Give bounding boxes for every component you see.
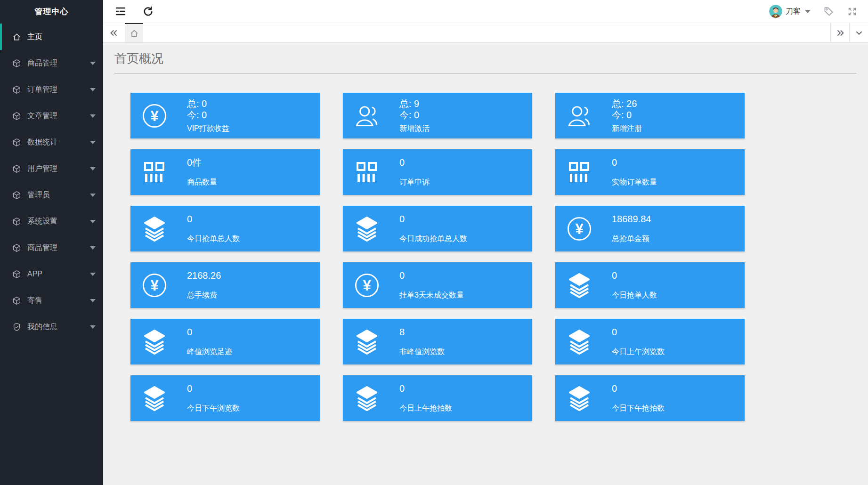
sidebar-toggle-icon[interactable] xyxy=(115,6,126,17)
user-name: 刀客 xyxy=(786,7,801,16)
stat-card-value: 18689.84 xyxy=(612,213,651,225)
stat-card-label: 今日下午抢拍数 xyxy=(612,404,665,413)
tabs-scroll-left-icon[interactable] xyxy=(103,23,125,42)
layers-icon xyxy=(566,329,593,355)
stat-card-label: 新增激活 xyxy=(399,124,430,134)
stat-card: 0 今日抢单总人数 xyxy=(130,206,320,251)
refresh-icon[interactable] xyxy=(142,6,154,17)
cube-icon xyxy=(12,112,21,121)
caret-down-icon xyxy=(90,114,96,118)
stat-card: 0 今日成功抢单总人数 xyxy=(343,206,532,251)
stat-card-value: 总: 26 xyxy=(612,98,642,109)
layers-icon xyxy=(141,329,168,355)
sidebar-item-label: 商品管理 xyxy=(27,243,57,253)
stat-card: 0 今日上午抢拍数 xyxy=(343,375,532,421)
users-icon xyxy=(566,105,593,127)
page-title: 首页概况 xyxy=(114,43,857,73)
stat-card: 0件 商品数量 xyxy=(130,149,320,195)
sidebar-item-1[interactable]: 商品管理 xyxy=(0,50,103,76)
sidebar-item-0[interactable]: 主页 xyxy=(0,24,103,50)
topbar-right: 刀客 xyxy=(769,5,868,18)
users-icon xyxy=(353,105,381,127)
sidebar-item-3[interactable]: 文章管理 xyxy=(0,103,103,129)
tab-home[interactable] xyxy=(125,23,143,42)
stat-card-value: 今: 0 xyxy=(612,109,642,121)
stat-card-label: 峰值浏览足迹 xyxy=(187,347,232,357)
stat-card-value: 0 xyxy=(187,213,240,225)
stat-card-label: 总抢单金额 xyxy=(612,234,651,244)
fullscreen-icon[interactable] xyxy=(846,6,858,17)
svg-text:¥: ¥ xyxy=(150,107,159,124)
sidebar-item-label: 我的信息 xyxy=(27,322,57,332)
stat-card-value: 0 xyxy=(612,383,665,394)
stat-card: 8 非峰值浏览数 xyxy=(343,319,532,364)
tabs-scroll-right-icon[interactable] xyxy=(830,23,849,42)
home-icon xyxy=(130,29,139,38)
stat-card: ¥ 18689.84 总抢单金额 xyxy=(555,206,745,251)
topbar-left xyxy=(103,6,154,17)
stat-card-value: 今: 0 xyxy=(399,109,430,121)
svg-text:¥: ¥ xyxy=(575,220,584,237)
yen-circle-icon: ¥ xyxy=(141,103,168,129)
yen-circle-icon: ¥ xyxy=(566,216,593,242)
layers-icon xyxy=(141,216,168,242)
cube-icon xyxy=(12,138,21,147)
stat-card-value: 0 xyxy=(399,270,464,281)
stat-card-value: 总: 0 xyxy=(187,98,229,109)
stat-card: ¥ 2168.26 总手续费 xyxy=(130,262,320,308)
stat-card: ¥ 总: 0今: 0 VIP打款收益 xyxy=(130,93,320,138)
layers-icon xyxy=(353,329,381,355)
caret-down-icon xyxy=(90,246,96,250)
stat-card-label: 挂单3天未成交数量 xyxy=(399,291,464,300)
tabbar xyxy=(103,23,868,43)
caret-down-icon xyxy=(90,141,96,144)
stat-card-value: 0 xyxy=(187,326,232,338)
svg-text:¥: ¥ xyxy=(363,277,371,293)
sidebar-item-4[interactable]: 数据统计 xyxy=(0,129,103,155)
caret-down-icon xyxy=(90,88,96,91)
stat-card-value: 0 xyxy=(399,383,452,394)
cube-icon xyxy=(12,191,21,200)
user-menu[interactable]: 刀客 xyxy=(769,5,811,18)
chevron-down-icon xyxy=(805,10,811,13)
layers-icon xyxy=(566,386,593,411)
stat-card-label: 今日下午浏览数 xyxy=(187,404,240,413)
stat-card-value: 总: 9 xyxy=(399,98,430,109)
stat-card-value: 今: 0 xyxy=(187,109,229,121)
caret-down-icon xyxy=(90,167,96,170)
stat-card: 总: 26今: 0 新增注册 xyxy=(555,93,745,138)
caret-down-icon xyxy=(90,62,96,65)
caret-down-icon xyxy=(90,220,96,223)
layers-icon xyxy=(353,216,381,242)
stat-card-value: 0 xyxy=(612,326,665,338)
stat-card-grid: ¥ 总: 0今: 0 VIP打款收益 总: 9今: 0 新增激活 总: 26今:… xyxy=(103,73,772,432)
sidebar-item-label: 文章管理 xyxy=(27,111,57,121)
stat-card: 0 今日上午浏览数 xyxy=(555,319,745,364)
tabbar-spacer xyxy=(143,23,830,42)
stat-card-label: 今日上午浏览数 xyxy=(612,347,665,357)
stat-card: 0 今日抢单人数 xyxy=(555,262,745,308)
cube-icon xyxy=(12,217,21,226)
sidebar-menu: 主页 商品管理 订单管理 文章管理 数据统计 用户管理 管理员 系统设置 xyxy=(0,24,103,340)
sidebar-item-10[interactable]: 寄售 xyxy=(0,287,103,314)
sidebar-item-11[interactable]: 我的信息 xyxy=(0,314,103,340)
main-content: 首页概况 ¥ 总: 0今: 0 VIP打款收益 总: 9今: 0 新增激活 总:… xyxy=(103,43,868,485)
caret-down-icon xyxy=(90,299,96,302)
stat-card-label: 商品数量 xyxy=(187,178,217,187)
cube-icon xyxy=(12,270,21,279)
sidebar-item-6[interactable]: 管理员 xyxy=(0,182,103,208)
yen-circle-icon: ¥ xyxy=(141,273,168,298)
sidebar-item-8[interactable]: 商品管理 xyxy=(0,234,103,261)
sidebar-item-2[interactable]: 订单管理 xyxy=(0,76,103,103)
grid-icon xyxy=(353,162,381,183)
stat-card-value: 0 xyxy=(187,383,240,394)
home-icon xyxy=(12,32,21,41)
sidebar-item-7[interactable]: 系统设置 xyxy=(0,208,103,234)
sidebar-item-5[interactable]: 用户管理 xyxy=(0,155,103,182)
stat-card-label: 今日抢单人数 xyxy=(612,291,657,300)
sidebar-item-9[interactable]: APP xyxy=(0,261,103,287)
tabs-menu-icon[interactable] xyxy=(849,23,868,42)
layers-icon xyxy=(353,386,381,411)
layers-icon xyxy=(566,273,593,298)
tag-icon[interactable] xyxy=(823,6,834,17)
